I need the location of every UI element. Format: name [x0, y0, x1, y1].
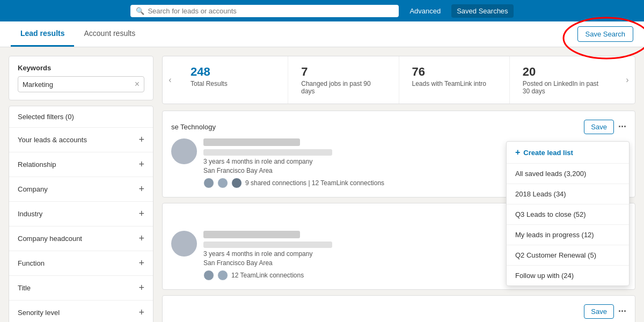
stat-label-changed-jobs: Changed jobs in past 90 days — [301, 80, 385, 95]
keyword-input[interactable] — [23, 80, 131, 89]
stats-bar: ‹ 248 Total Results 7 Changed jobs in pa… — [162, 56, 635, 104]
create-lead-list-item[interactable]: + Create lead list — [507, 142, 629, 164]
top-bar: 🔍 Advanced Saved Searches — [0, 0, 644, 21]
stat-number-total: 248 — [191, 65, 275, 79]
filter-expand-icon-title: + — [138, 282, 144, 294]
filter-label-your-leads: Your leads & accounts — [18, 136, 87, 144]
lead-card-2-role-blur — [203, 241, 332, 248]
search-icon: 🔍 — [136, 7, 144, 15]
stat-label-posted: Posted on LinkedIn in past 30 days — [523, 80, 607, 95]
keyword-input-wrap[interactable]: × — [18, 76, 144, 92]
main-layout: Keywords × Selected filters (0) Your lea… — [0, 47, 644, 322]
stats-items: 248 Total Results 7 Changed jobs in past… — [178, 56, 620, 104]
clear-keyword-icon[interactable]: × — [135, 79, 140, 89]
selected-filters-label: Selected filters (0) — [18, 113, 74, 121]
filter-company-headcount[interactable]: Company headcount + — [9, 226, 153, 251]
filter-title[interactable]: Title + — [9, 276, 153, 301]
create-lead-list-label: Create lead list — [523, 149, 573, 157]
search-bar[interactable]: 🔍 — [130, 5, 399, 17]
tab-account-results[interactable]: Account results — [74, 21, 145, 47]
stat-changed-jobs: 7 Changed jobs in past 90 days — [288, 56, 399, 104]
filter-expand-icon-relationship: + — [138, 159, 144, 170]
filter-industry[interactable]: Industry + — [9, 202, 153, 226]
stat-label-total: Total Results — [191, 80, 275, 87]
dropdown-item-all-saved[interactable]: All saved leads (3,200) — [507, 164, 629, 184]
lead-card-2-name-blur — [203, 231, 300, 238]
filter-label-function: Function — [18, 259, 45, 267]
filter-senority[interactable]: Senority level + — [9, 301, 153, 322]
mini-avatar-2a — [203, 270, 214, 281]
save-search-button[interactable]: Save Search — [577, 26, 633, 42]
tab-lead-results[interactable]: Lead results — [11, 21, 74, 47]
dropdown-item-follow-up[interactable]: Follow up with (24) — [507, 266, 629, 286]
stat-teamlink: 76 Leads with TeamLink intro — [399, 56, 510, 104]
lead-card-3-more-button[interactable]: ··· — [618, 306, 626, 317]
stat-total-results: 248 Total Results — [178, 56, 288, 104]
filter-expand-icon-industry: + — [138, 208, 144, 219]
selected-filters-row: Selected filters (0) — [9, 106, 153, 128]
stat-number-teamlink: 76 — [412, 65, 496, 79]
mini-avatar-1a — [203, 178, 214, 188]
search-input[interactable] — [148, 7, 393, 15]
mini-avatar-1b — [217, 178, 228, 188]
lead-list-dropdown: + Create lead list All saved leads (3,20… — [506, 141, 630, 286]
create-lead-list-plus-icon: + — [515, 148, 520, 157]
dropdown-item-q2-customer[interactable]: Q2 Customer Renewal (5) — [507, 245, 629, 266]
lead-card-1-role-blur — [203, 149, 332, 156]
filter-label-title: Title — [18, 284, 31, 292]
lead-card-1: se Technology Save ··· 3 years 4 months … — [162, 111, 635, 197]
mini-avatar-2b — [217, 270, 228, 281]
stats-nav-left[interactable]: ‹ — [163, 64, 178, 96]
filter-expand-icon-company: + — [138, 184, 144, 195]
lead-card-3: Save ··· ≡ 2 Lists 3 years 4 months in r… — [162, 295, 635, 322]
dropdown-item-my-leads[interactable]: My leads in progress (12) — [507, 225, 629, 245]
lead-card-3-save-button[interactable]: Save — [584, 304, 614, 319]
lead-card-2-avatar — [171, 231, 197, 257]
filter-expand-icon-senority: + — [138, 307, 144, 318]
filters-panel: Selected filters (0) Your leads & accoun… — [9, 106, 153, 322]
dropdown-item-q3-leads[interactable]: Q3 Leads to close (52) — [507, 204, 629, 225]
filter-company[interactable]: Company + — [9, 177, 153, 202]
filter-expand-icon-your-leads: + — [138, 134, 144, 145]
keywords-label: Keywords — [18, 64, 144, 72]
keywords-section: Keywords × — [9, 56, 153, 100]
saved-searches-button[interactable]: Saved Searches — [451, 4, 513, 18]
mini-avatar-1c — [231, 178, 242, 188]
lead-card-1-name-blur — [203, 138, 300, 146]
lead-card-1-connections-text: 9 shared connections | 12 TeamLink conne… — [245, 179, 384, 187]
filter-label-company-headcount: Company headcount — [18, 235, 82, 243]
lead-card-1-avatar — [171, 138, 197, 164]
filter-label-company: Company — [18, 185, 48, 193]
lead-card-3-header: Save ··· — [171, 304, 626, 319]
tabs-left: Lead results Account results — [11, 21, 145, 47]
lead-card-1-save-button[interactable]: Save — [584, 120, 614, 134]
stat-label-teamlink: Leads with TeamLink intro — [412, 80, 496, 87]
stat-posted: 20 Posted on LinkedIn in past 30 days — [510, 56, 620, 104]
lead-card-1-more-button[interactable]: ··· — [618, 121, 626, 133]
filter-label-senority: Senority level — [18, 309, 60, 317]
filter-relationship[interactable]: Relationship + — [9, 152, 153, 177]
filter-expand-icon-function: + — [138, 258, 144, 269]
filter-function[interactable]: Function + — [9, 251, 153, 276]
dropdown-item-2018-leads[interactable]: 2018 Leads (34) — [507, 184, 629, 204]
tabs-bar: Lead results Account results Save Search — [0, 21, 644, 47]
filter-your-leads[interactable]: Your leads & accounts + — [9, 128, 153, 152]
stat-number-posted: 20 — [523, 65, 607, 79]
lead-card-2-connections-text: 12 TeamLink connections — [231, 272, 304, 279]
filter-expand-icon-headcount: + — [138, 233, 144, 244]
sidebar: Keywords × Selected filters (0) Your lea… — [9, 56, 153, 322]
advanced-link[interactable]: Advanced — [409, 7, 441, 15]
lead-card-1-company: se Technology — [171, 123, 216, 131]
filter-label-relationship: Relationship — [18, 160, 56, 169]
filter-label-industry: Industry — [18, 210, 42, 218]
lead-card-1-header: se Technology Save ··· — [171, 120, 626, 134]
stats-nav-right[interactable]: › — [620, 64, 635, 96]
content-area: ‹ 248 Total Results 7 Changed jobs in pa… — [162, 56, 635, 322]
stat-number-changed-jobs: 7 — [301, 65, 385, 79]
